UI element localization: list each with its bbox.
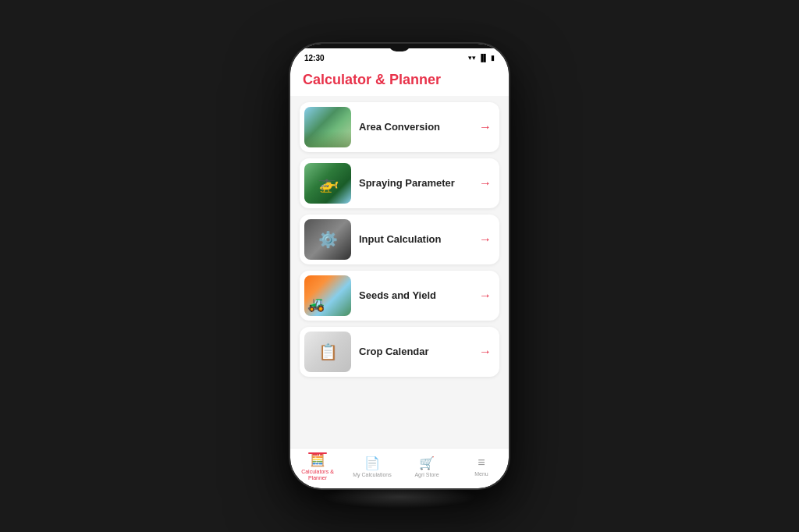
menu-item-area-conversion[interactable]: Area Conversion → (300, 102, 499, 152)
input-calculation-image (304, 219, 351, 260)
phone-shadow (321, 485, 478, 509)
calculators-icon: 🧮 (310, 452, 325, 467)
phone-screen: 12:30 ▾▾ ▐▌ ▮ Calculator & Planner (290, 44, 509, 488)
status-icons: ▾▾ ▐▌ ▮ (468, 54, 495, 62)
my-calculations-icon: 📄 (364, 456, 380, 470)
menu-list: Area Conversion → Spraying Parameter → I… (290, 96, 509, 448)
app-header: Calculator & Planner (290, 66, 509, 96)
menu-item-seeds-and-yield[interactable]: Seeds and Yield → (300, 271, 499, 321)
area-conversion-label: Area Conversion (359, 121, 471, 134)
menu-label: Menu (474, 471, 488, 477)
nav-item-my-calculations[interactable]: 📄 My Calculations (345, 456, 400, 481)
agri-store-icon: 🛒 (419, 456, 435, 470)
menu-item-spraying-parameter[interactable]: Spraying Parameter → (300, 158, 499, 208)
battery-icon: ▮ (491, 54, 495, 62)
crop-calendar-label: Crop Calendar (359, 346, 471, 359)
nav-item-agri-store[interactable]: 🛒 Agri Store (400, 456, 454, 481)
app-title: Calculator & Planner (303, 72, 496, 88)
bottom-nav: 🧮 Calculators &Planner 📄 My Calculations… (290, 448, 509, 488)
nav-item-calculators[interactable]: 🧮 Calculators &Planner (290, 452, 345, 485)
menu-item-input-calculation[interactable]: Input Calculation → (300, 215, 499, 264)
spraying-parameter-image (304, 163, 351, 204)
menu-item-crop-calendar[interactable]: Crop Calendar → (300, 327, 499, 377)
calculators-label: Calculators &Planner (301, 469, 334, 482)
menu-icon: ≡ (478, 456, 485, 470)
scene: 12:30 ▾▾ ▐▌ ▮ Calculator & Planner (0, 0, 799, 532)
input-calculation-label: Input Calculation (359, 233, 471, 246)
spraying-parameter-arrow: → (479, 176, 492, 190)
seeds-and-yield-label: Seeds and Yield (359, 289, 471, 303)
my-calculations-label: My Calculations (353, 472, 391, 478)
signal-icon: ▐▌ (478, 54, 488, 62)
crop-calendar-arrow: → (479, 345, 492, 359)
seeds-and-yield-arrow: → (479, 289, 492, 303)
app-content: Calculator & Planner Area Conversion → S… (290, 66, 509, 448)
input-calculation-arrow: → (479, 232, 492, 246)
nav-item-menu[interactable]: ≡ Menu (454, 456, 509, 481)
area-conversion-arrow: → (479, 120, 492, 134)
crop-calendar-image (304, 332, 351, 372)
spraying-parameter-label: Spraying Parameter (359, 177, 471, 190)
area-conversion-image (304, 107, 351, 147)
seeds-and-yield-image (304, 275, 351, 316)
status-time: 12:30 (304, 54, 325, 62)
wifi-icon: ▾▾ (468, 54, 476, 62)
phone-shell: 12:30 ▾▾ ▐▌ ▮ Calculator & Planner (290, 44, 509, 488)
agri-store-label: Agri Store (414, 472, 439, 478)
